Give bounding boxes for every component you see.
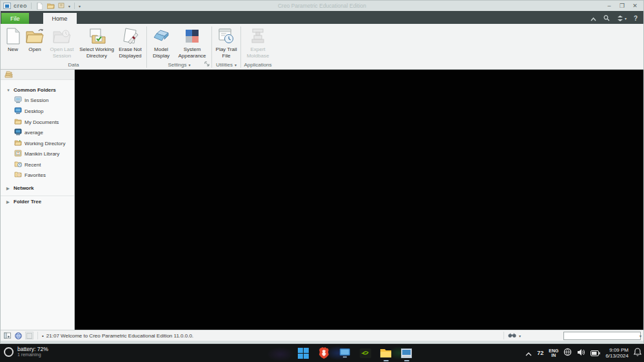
divider xyxy=(211,26,212,68)
desktop-icon xyxy=(14,107,22,116)
system-appearance-button[interactable]: System Appearance xyxy=(174,25,210,60)
expert-moldbase-button[interactable]: Expert Moldbase xyxy=(242,25,273,60)
new-button[interactable]: New xyxy=(2,25,24,54)
ribbon-group-label-utilities[interactable]: Utilities▾ xyxy=(213,60,239,69)
system-appearance-icon xyxy=(182,26,202,46)
working-directory-icon xyxy=(14,139,22,147)
collapse-triangle-icon: ▼ xyxy=(6,88,10,92)
sidebar-item-in-session[interactable]: In Session xyxy=(1,95,74,106)
erase-session-icon[interactable] xyxy=(57,2,66,10)
folder-tree: ▼ Common Folders In Session Desktop My D… xyxy=(1,80,74,206)
creo-app-icon[interactable] xyxy=(399,346,413,360)
minimize-icon[interactable]: – xyxy=(604,2,614,10)
battery-widget[interactable]: battery: 72% 1 remaining xyxy=(4,346,48,357)
search-icon[interactable] xyxy=(603,12,610,24)
customize-qat-dropdown-icon[interactable]: ▾ xyxy=(79,4,81,8)
sidebar-item-working-directory[interactable]: Working Directory xyxy=(1,138,74,148)
folder-stack-icon[interactable] xyxy=(5,69,13,81)
tab-file[interactable]: File xyxy=(1,13,29,24)
brave-browser-icon[interactable] xyxy=(317,346,331,360)
clock[interactable]: 9:09 PM 6/13/2024 xyxy=(605,347,629,359)
tab-home[interactable]: Home xyxy=(43,13,77,24)
restore-icon[interactable]: ❐ xyxy=(617,2,627,10)
display-settings-icon[interactable] xyxy=(337,346,351,360)
language-indicator[interactable]: ENG IN xyxy=(549,348,558,358)
network-globe-icon[interactable] xyxy=(563,347,572,359)
quick-access-toolbar: creo ▾ ▾ xyxy=(1,2,81,10)
nvidia-icon[interactable] xyxy=(358,346,372,360)
divider xyxy=(31,3,32,9)
ribbon-group-label-settings[interactable]: Settings▾ xyxy=(148,60,210,69)
expand-triangle-icon: ▶ xyxy=(6,186,10,190)
creo-logo-text: creo xyxy=(14,3,27,9)
open-button[interactable]: Open xyxy=(24,25,46,54)
find-dropdown-icon[interactable]: ▾ xyxy=(519,334,521,338)
open-icon xyxy=(25,26,44,46)
combo-dropdown-icon[interactable]: ▾ xyxy=(638,334,643,338)
ribbon-tabbar: File Home ▾ ? xyxy=(1,11,643,24)
divider xyxy=(37,332,38,339)
start-button[interactable] xyxy=(296,346,310,360)
toggle-navigator-icon[interactable] xyxy=(3,332,12,339)
model-display-button[interactable]: Model Display xyxy=(148,25,174,60)
disabled-panel-icon xyxy=(25,332,34,339)
system-tray: 72 ENG IN 9:09 PM 6/13/2024 xyxy=(525,344,641,362)
battery-remaining-label: 1 remaining xyxy=(17,352,48,357)
qat-item-dropdown-icon[interactable]: ▾ xyxy=(68,4,70,8)
folder-navigator: ▼ Common Folders In Session Desktop My D… xyxy=(1,70,75,330)
play-trail-file-icon xyxy=(217,26,236,46)
sidebar-section-network[interactable]: ▶ Network xyxy=(1,183,74,193)
open-last-session-button[interactable]: Open Last Session xyxy=(46,25,78,60)
search-model-input[interactable] xyxy=(564,332,638,339)
in-session-icon xyxy=(14,96,22,105)
divider xyxy=(240,26,241,68)
ribbon-tools: ▾ ? xyxy=(590,12,643,24)
sidebar-item-desktop[interactable]: Desktop xyxy=(1,106,74,117)
graphics-area[interactable] xyxy=(75,70,643,330)
status-message: 21:07 Welcome to Creo Parametric Educati… xyxy=(46,333,193,339)
chevron-down-icon: ▾ xyxy=(625,16,627,21)
sidebar-item-computer-average[interactable]: average xyxy=(1,127,74,138)
open-file-icon[interactable] xyxy=(46,2,55,10)
model-display-icon xyxy=(151,26,171,46)
expand-triangle-icon: ▶ xyxy=(6,199,10,204)
play-trail-file-button[interactable]: Play Trail File xyxy=(213,25,239,60)
window-bottom-edge xyxy=(1,341,643,343)
status-bullet-icon: • xyxy=(42,333,44,339)
expert-moldbase-icon xyxy=(248,26,268,46)
creo-window: creo ▾ ▾ Creo Parametric Educational Edi… xyxy=(0,0,644,344)
tray-number[interactable]: 72 xyxy=(537,350,543,356)
ribbon: New Open Open Last Session xyxy=(1,24,643,70)
sidebar-item-recent[interactable]: Recent xyxy=(1,159,74,170)
my-documents-icon xyxy=(14,118,22,126)
sidebar-item-favorites[interactable]: Favorites xyxy=(1,170,74,180)
erase-not-displayed-button[interactable]: Erase Not Displayed xyxy=(115,25,145,60)
hidden-icons-chevron-icon[interactable] xyxy=(525,347,532,359)
notification-bell-icon[interactable] xyxy=(634,347,641,359)
chevron-down-icon: ▾ xyxy=(188,63,190,67)
ribbon-group-applications: Expert Moldbase Applications xyxy=(242,25,273,69)
file-explorer-icon[interactable] xyxy=(378,346,393,360)
search-model-combo[interactable]: ▾ xyxy=(563,332,641,340)
minimize-ribbon-icon[interactable] xyxy=(590,12,596,24)
help-icon[interactable]: ? xyxy=(634,15,638,22)
select-working-directory-button[interactable]: Select Working Directory xyxy=(78,25,115,60)
sidebar-section-common-folders[interactable]: ▼ Common Folders xyxy=(1,85,74,95)
new-file-icon[interactable] xyxy=(35,2,44,10)
ribbon-group-settings: Model Display System Appearance Settings… xyxy=(148,25,210,69)
windows-taskbar: battery: 72% 1 remaining 72 ENG IN xyxy=(0,344,644,362)
sidebar-item-manikin-library[interactable]: Manikin Library xyxy=(1,148,74,159)
close-icon[interactable]: ✕ xyxy=(630,2,640,10)
battery-tray-icon[interactable] xyxy=(590,347,600,359)
window-switch-icon[interactable]: ▾ xyxy=(617,15,627,21)
web-browser-icon[interactable] xyxy=(14,332,23,339)
dialog-launcher-icon[interactable] xyxy=(204,61,210,68)
find-icon[interactable] xyxy=(508,332,516,339)
sidebar-item-my-documents[interactable]: My Documents xyxy=(1,117,74,127)
new-icon xyxy=(3,26,23,46)
divider xyxy=(146,26,147,68)
sidebar-section-folder-tree[interactable]: ▶ Folder Tree xyxy=(1,196,74,206)
recent-icon xyxy=(14,161,22,168)
creo-logo-icon xyxy=(3,3,11,9)
volume-icon[interactable] xyxy=(577,347,585,359)
